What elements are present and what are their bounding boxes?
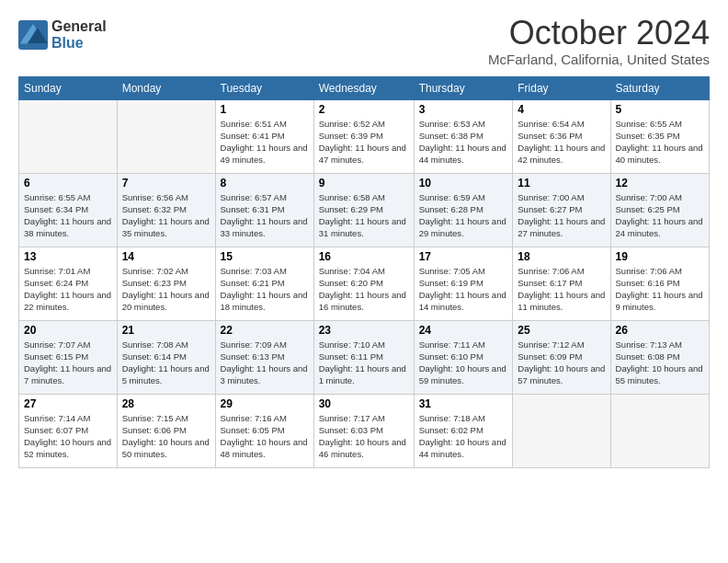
calendar-subtitle: McFarland, California, United States	[488, 52, 710, 67]
week-row-1: 1Sunrise: 6:51 AM Sunset: 6:41 PM Daylig…	[19, 99, 710, 173]
day-info: Sunrise: 7:13 AM Sunset: 6:08 PM Dayligh…	[616, 339, 704, 387]
day-info: Sunrise: 7:03 AM Sunset: 6:21 PM Dayligh…	[221, 265, 309, 314]
day-info: Sunrise: 6:59 AM Sunset: 6:28 PM Dayligh…	[419, 191, 508, 240]
day-number: 3	[419, 103, 508, 116]
day-cell: 7Sunrise: 6:56 AM Sunset: 6:32 PM Daylig…	[117, 173, 215, 247]
day-number: 16	[319, 250, 409, 263]
day-cell: 12Sunrise: 7:00 AM Sunset: 6:25 PM Dayli…	[610, 173, 709, 247]
day-number: 1	[221, 103, 309, 116]
day-number: 8	[221, 177, 309, 190]
day-number: 14	[122, 250, 210, 263]
day-number: 21	[122, 324, 210, 337]
day-info: Sunrise: 7:01 AM Sunset: 6:24 PM Dayligh…	[24, 265, 112, 314]
day-info: Sunrise: 7:04 AM Sunset: 6:20 PM Dayligh…	[319, 265, 409, 314]
day-cell: 8Sunrise: 6:57 AM Sunset: 6:31 PM Daylig…	[215, 173, 313, 247]
day-cell: 19Sunrise: 7:06 AM Sunset: 6:16 PM Dayli…	[610, 247, 709, 320]
day-cell: 9Sunrise: 6:58 AM Sunset: 6:29 PM Daylig…	[313, 173, 414, 247]
day-info: Sunrise: 6:52 AM Sunset: 6:39 PM Dayligh…	[319, 118, 409, 167]
day-number: 15	[221, 250, 309, 263]
day-cell: 20Sunrise: 7:07 AM Sunset: 6:15 PM Dayli…	[19, 320, 118, 394]
col-header-friday: Friday	[513, 76, 610, 99]
day-cell: 16Sunrise: 7:04 AM Sunset: 6:20 PM Dayli…	[313, 247, 414, 320]
col-header-thursday: Thursday	[414, 76, 513, 99]
day-cell: 6Sunrise: 6:55 AM Sunset: 6:34 PM Daylig…	[19, 173, 118, 247]
day-number: 23	[319, 324, 409, 337]
day-cell: 29Sunrise: 7:16 AM Sunset: 6:05 PM Dayli…	[215, 394, 313, 467]
day-number: 5	[616, 103, 704, 116]
day-number: 27	[24, 397, 112, 410]
day-cell: 15Sunrise: 7:03 AM Sunset: 6:21 PM Dayli…	[215, 247, 313, 320]
day-info: Sunrise: 7:06 AM Sunset: 6:17 PM Dayligh…	[518, 265, 605, 314]
day-cell: 2Sunrise: 6:52 AM Sunset: 6:39 PM Daylig…	[313, 99, 414, 173]
week-row-3: 13Sunrise: 7:01 AM Sunset: 6:24 PM Dayli…	[19, 247, 710, 320]
day-info: Sunrise: 6:55 AM Sunset: 6:34 PM Dayligh…	[24, 191, 112, 240]
day-cell: 10Sunrise: 6:59 AM Sunset: 6:28 PM Dayli…	[414, 173, 513, 247]
day-number: 31	[419, 397, 508, 410]
day-cell: 30Sunrise: 7:17 AM Sunset: 6:03 PM Dayli…	[313, 394, 414, 467]
day-cell	[610, 394, 709, 467]
week-row-5: 27Sunrise: 7:14 AM Sunset: 6:07 PM Dayli…	[19, 394, 710, 467]
col-header-sunday: Sunday	[19, 76, 118, 99]
day-cell	[117, 99, 215, 173]
week-row-2: 6Sunrise: 6:55 AM Sunset: 6:34 PM Daylig…	[19, 173, 710, 247]
day-cell: 26Sunrise: 7:13 AM Sunset: 6:08 PM Dayli…	[610, 320, 709, 394]
logo-blue: Blue	[51, 35, 107, 52]
day-info: Sunrise: 6:53 AM Sunset: 6:38 PM Dayligh…	[419, 118, 508, 167]
day-number: 12	[616, 177, 704, 190]
day-cell: 18Sunrise: 7:06 AM Sunset: 6:17 PM Dayli…	[513, 247, 610, 320]
day-cell: 21Sunrise: 7:08 AM Sunset: 6:14 PM Dayli…	[117, 320, 215, 394]
col-header-saturday: Saturday	[610, 76, 709, 99]
week-row-4: 20Sunrise: 7:07 AM Sunset: 6:15 PM Dayli…	[19, 320, 710, 394]
day-info: Sunrise: 7:14 AM Sunset: 6:07 PM Dayligh…	[24, 412, 112, 461]
day-info: Sunrise: 7:15 AM Sunset: 6:06 PM Dayligh…	[122, 412, 210, 461]
day-info: Sunrise: 6:56 AM Sunset: 6:32 PM Dayligh…	[122, 191, 210, 240]
logo-icon	[18, 20, 48, 50]
day-cell: 11Sunrise: 7:00 AM Sunset: 6:27 PM Dayli…	[513, 173, 610, 247]
day-number: 22	[221, 324, 309, 337]
day-info: Sunrise: 7:16 AM Sunset: 6:05 PM Dayligh…	[221, 412, 309, 461]
day-info: Sunrise: 6:54 AM Sunset: 6:36 PM Dayligh…	[518, 118, 605, 167]
day-info: Sunrise: 7:00 AM Sunset: 6:27 PM Dayligh…	[518, 191, 605, 240]
calendar-page: General Blue October 2024 McFarland, Cal…	[0, 0, 728, 563]
day-cell: 31Sunrise: 7:18 AM Sunset: 6:02 PM Dayli…	[414, 394, 513, 467]
day-number: 10	[419, 177, 508, 190]
day-number: 7	[122, 177, 210, 190]
day-number: 6	[24, 177, 112, 190]
day-info: Sunrise: 6:51 AM Sunset: 6:41 PM Dayligh…	[221, 118, 309, 167]
day-cell: 23Sunrise: 7:10 AM Sunset: 6:11 PM Dayli…	[313, 320, 414, 394]
day-number: 18	[518, 250, 605, 263]
day-info: Sunrise: 7:05 AM Sunset: 6:19 PM Dayligh…	[419, 265, 508, 314]
day-info: Sunrise: 7:10 AM Sunset: 6:11 PM Dayligh…	[319, 339, 409, 387]
day-info: Sunrise: 7:07 AM Sunset: 6:15 PM Dayligh…	[24, 339, 112, 387]
calendar-title: October 2024	[488, 15, 710, 52]
day-info: Sunrise: 6:58 AM Sunset: 6:29 PM Dayligh…	[319, 191, 409, 240]
day-cell: 22Sunrise: 7:09 AM Sunset: 6:13 PM Dayli…	[215, 320, 313, 394]
day-info: Sunrise: 6:55 AM Sunset: 6:35 PM Dayligh…	[616, 118, 704, 167]
day-cell: 17Sunrise: 7:05 AM Sunset: 6:19 PM Dayli…	[414, 247, 513, 320]
logo-text: General Blue	[51, 18, 107, 51]
day-number: 13	[24, 250, 112, 263]
day-cell	[19, 99, 118, 173]
day-cell: 5Sunrise: 6:55 AM Sunset: 6:35 PM Daylig…	[610, 99, 709, 173]
col-header-monday: Monday	[117, 76, 215, 99]
day-number: 30	[319, 397, 409, 410]
day-number: 9	[319, 177, 409, 190]
title-block: October 2024 McFarland, California, Unit…	[488, 15, 710, 67]
day-cell: 14Sunrise: 7:02 AM Sunset: 6:23 PM Dayli…	[117, 247, 215, 320]
day-info: Sunrise: 7:11 AM Sunset: 6:10 PM Dayligh…	[419, 339, 508, 387]
logo: General Blue	[18, 18, 107, 51]
day-cell: 28Sunrise: 7:15 AM Sunset: 6:06 PM Dayli…	[117, 394, 215, 467]
day-info: Sunrise: 7:09 AM Sunset: 6:13 PM Dayligh…	[221, 339, 309, 387]
day-cell: 4Sunrise: 6:54 AM Sunset: 6:36 PM Daylig…	[513, 99, 610, 173]
calendar-table: SundayMondayTuesdayWednesdayThursdayFrid…	[18, 76, 710, 468]
day-info: Sunrise: 7:18 AM Sunset: 6:02 PM Dayligh…	[419, 412, 508, 461]
header: General Blue October 2024 McFarland, Cal…	[18, 15, 710, 67]
day-info: Sunrise: 7:00 AM Sunset: 6:25 PM Dayligh…	[616, 191, 704, 240]
day-cell: 25Sunrise: 7:12 AM Sunset: 6:09 PM Dayli…	[513, 320, 610, 394]
day-info: Sunrise: 7:06 AM Sunset: 6:16 PM Dayligh…	[616, 265, 704, 314]
day-cell	[513, 394, 610, 467]
col-header-tuesday: Tuesday	[215, 76, 313, 99]
logo-general: General	[51, 18, 107, 35]
day-cell: 13Sunrise: 7:01 AM Sunset: 6:24 PM Dayli…	[19, 247, 118, 320]
day-number: 17	[419, 250, 508, 263]
